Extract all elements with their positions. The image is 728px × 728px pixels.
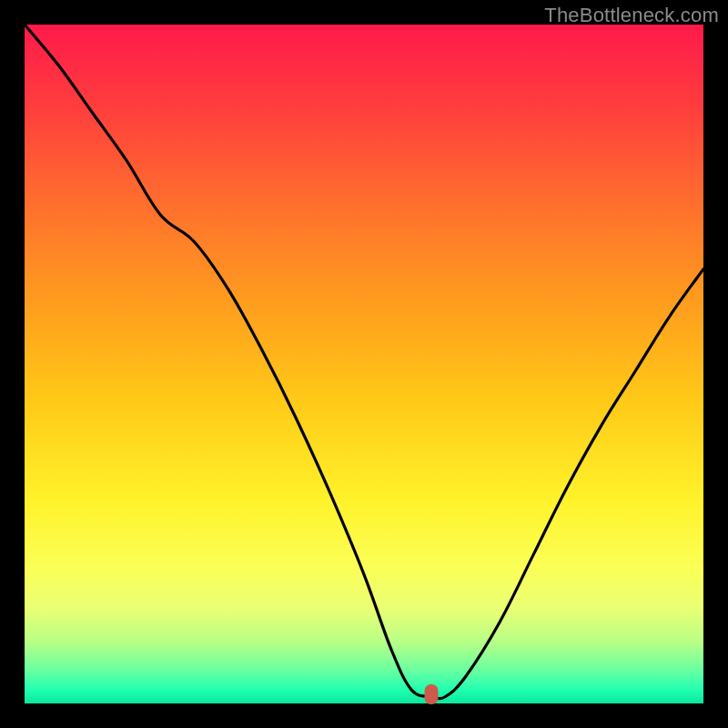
bottleneck-curve (25, 25, 703, 703)
optimal-point-marker (425, 684, 439, 704)
plot-area (25, 25, 703, 703)
curve-path (25, 25, 703, 699)
chart-frame: TheBottleneck.com (0, 0, 728, 728)
watermark-text: TheBottleneck.com (544, 4, 719, 27)
